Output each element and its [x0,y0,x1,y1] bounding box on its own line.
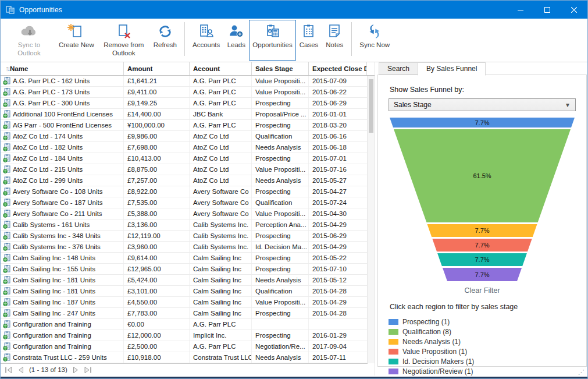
refresh-button[interactable]: Refresh [150,20,180,61]
pager: (1 - 13 of 13) [1,363,368,376]
column-header-name[interactable]: ↑↓ Name [1,62,124,75]
table-row[interactable]: Calm Sailing Inc - 181 Units£3,101.00Cal… [1,286,375,297]
sync-to-outlook-button[interactable]: Sync to Outlook [3,20,55,61]
table-cell: Calm Sailing Inc [190,275,252,285]
funnel-legend: Prospecting (1)Qualification (8)Needs An… [389,318,576,376]
legend-item[interactable]: Prospecting (1) [389,318,576,326]
table-row[interactable]: AtoZ Co Ltd - 184 Units£10,413.00AtoZ Co… [1,153,375,164]
table-row[interactable]: AG Parr - 500 FrontEnd Licenses¥100,000.… [1,120,375,131]
table-row[interactable]: Calib Systems Inc - 348 Units£12,119.00C… [1,231,375,242]
legend-label: Prospecting (1) [402,318,450,326]
table-row[interactable]: AtoZ Co Ltd - 174 Units£9,986.00AtoZ Co … [1,131,375,142]
funnel-segment-qualification[interactable]: 61.5% [390,129,575,222]
table-cell: Calm Sailing Inc - 181 Units [1,275,124,285]
column-header-amount[interactable]: Amount [124,62,190,75]
column-header-account[interactable]: Account [190,62,252,75]
clear-filter-link[interactable]: Clear Filter [389,286,576,295]
minimize-button[interactable] [507,1,534,19]
table-row[interactable]: Calm Sailing Inc - 148 Units£9,614.00Cal… [1,253,375,264]
sync-now-button[interactable]: Sync Now [356,20,393,61]
main-area: ↑↓ Name Amount Account Sales Stage Expec… [1,62,588,376]
grid-scrollbar[interactable] [367,76,375,363]
accounts-button[interactable]: Accounts [189,20,223,61]
legend-item[interactable]: Needs Analysis (1) [389,338,576,346]
table-cell: £3,136.00 [124,219,190,230]
table-cell: Calm Sailing Inc - 155 Units [1,264,124,274]
table-cell: £4,550.00 [124,297,190,307]
leads-button[interactable]: Leads [223,20,249,61]
close-button[interactable] [561,1,587,19]
table-row[interactable]: Calm Sailing Inc - 187 Units£4,550.00Cal… [1,297,375,308]
grid-body: A.G. Parr PLC - 162 Units£1,641.21A.G. P… [1,76,375,363]
scrollbar-thumb[interactable] [369,79,373,133]
first-page-button[interactable] [5,367,13,373]
table-cell: Proposal/Price ... [252,109,309,119]
table-row[interactable]: Calm Sailing Inc - 155 Units£12,965.00Ca… [1,264,375,275]
table-row[interactable]: Calm Sailing Inc - 247 Units£7,783.00Cal… [1,308,375,319]
funnel-segment-label: 7.7% [475,227,489,234]
table-cell: 2015-04-28 [309,286,367,296]
funnel-by-dropdown[interactable]: Sales Stage ▼ [389,98,576,111]
funnel-segment-id-decision-makers[interactable]: 7.7% [390,253,575,266]
table-row[interactable]: Avery Software Co - 211 Units£5,388.00Av… [1,208,375,219]
table-cell: £3,101.00 [124,286,190,296]
table-cell: Prospecting [252,120,309,130]
funnel-segment-needs-analysis[interactable]: 7.7% [390,224,575,237]
tab-by-sales-funnel[interactable]: By Sales Funnel [418,62,486,76]
table-row[interactable]: AtoZ Co Ltd - 299 Units£7,257.00AtoZ Co … [1,175,375,186]
table-row[interactable]: Avery Software Co - 187 Units£7,535.00Av… [1,197,375,208]
cases-button[interactable]: Cases [296,20,322,61]
table-cell: £12,000.00 [124,330,190,341]
table-row[interactable]: AtoZ Co Ltd - 215 Units£8,875.00AtoZ Co … [1,164,375,175]
prev-page-button[interactable] [18,367,24,373]
table-cell: Calm Sailing Inc [190,264,252,274]
table-row[interactable]: AtoZ Co Ltd - 182 Units£7,698.00AtoZ Co … [1,142,375,153]
column-header-expected-close-date[interactable]: Expected Close Date [309,62,367,75]
table-row[interactable]: Calm Sailing Inc - 181 Units£5,424.00Cal… [1,275,375,286]
table-row[interactable]: Configuration and Training€0.00A.G. Parr… [1,319,375,330]
last-page-button[interactable] [84,367,92,373]
table-row[interactable]: A.G. Parr PLC - 300 Units£9,149.25A.G. P… [1,98,375,109]
next-page-button[interactable] [73,367,79,373]
remove-from-outlook-button[interactable]: Remove from Outlook [98,20,150,61]
toolbar-button-label: Cases [300,41,319,49]
chevron-down-icon: ▼ [565,102,571,108]
legend-swatch [389,349,398,355]
table-cell: £14,400.00 [124,109,190,119]
table-row[interactable]: Constrata Trust LLC - 259 Units£10,918.0… [1,352,375,363]
table-row[interactable]: Configuration and Training£12,000.00Impl… [1,330,375,341]
table-row[interactable]: A.G. Parr PLC - 173 Units£9,411.00A.G. P… [1,87,375,98]
table-row[interactable]: Configuration and Training£2,500.00A.G. … [1,341,375,352]
legend-item[interactable]: Negotiation/Review (1) [389,367,576,376]
legend-item[interactable]: Id. Decision Makers (1) [389,357,576,366]
table-cell: A.G. Parr PLC [190,120,252,130]
opportunities-button[interactable]: Opportunities [249,20,295,61]
legend-label: Qualification (8) [402,328,451,336]
opportunity-icon [3,309,10,317]
funnel-segment-negotiation-review[interactable]: 7.7% [390,268,575,281]
table-cell: Calib Systems Inc. [190,231,252,241]
table-cell: 2015-04-30 [309,208,367,219]
table-cell: £7,698.00 [124,142,190,153]
table-row[interactable]: Calib Systems - 161 Units£3,136.00Calib … [1,219,375,231]
create-new-button[interactable]: Create New [55,20,98,61]
table-cell: 2016-01-01 [309,109,367,119]
legend-item[interactable]: Qualification (8) [389,328,576,336]
maximize-button[interactable] [534,1,561,19]
table-cell: Prospecting [252,264,309,274]
table-row[interactable]: Calib Systems Inc - 376 Units£3,960.00Ca… [1,242,375,253]
table-cell: £9,986.00 [124,131,190,141]
funnel-segment-value-proposition[interactable]: 7.7% [390,239,575,252]
notes-button[interactable]: Notes [322,20,347,61]
column-header-sales-stage[interactable]: Sales Stage [252,62,309,75]
create-new-icon [67,22,85,41]
funnel-segment-prospecting[interactable]: 7.7% [390,118,575,127]
legend-item[interactable]: Value Proposition (1) [389,348,576,356]
funnel-tab-content: Show Sales Funnel by: Sales Stage ▼ 7.7%… [377,75,587,367]
table-cell: 2015-07-10 [309,264,367,274]
table-row[interactable]: Additional 100 FrontEnd Licenses£14,400.… [1,109,375,120]
table-cell: 2015-06-22 [309,87,367,97]
table-row[interactable]: Avery Software Co - 108 Units£8,922.00Av… [1,186,375,197]
table-row[interactable]: A.G. Parr PLC - 162 Units£1,641.21A.G. P… [1,76,375,87]
tab-search[interactable]: Search [379,62,418,75]
